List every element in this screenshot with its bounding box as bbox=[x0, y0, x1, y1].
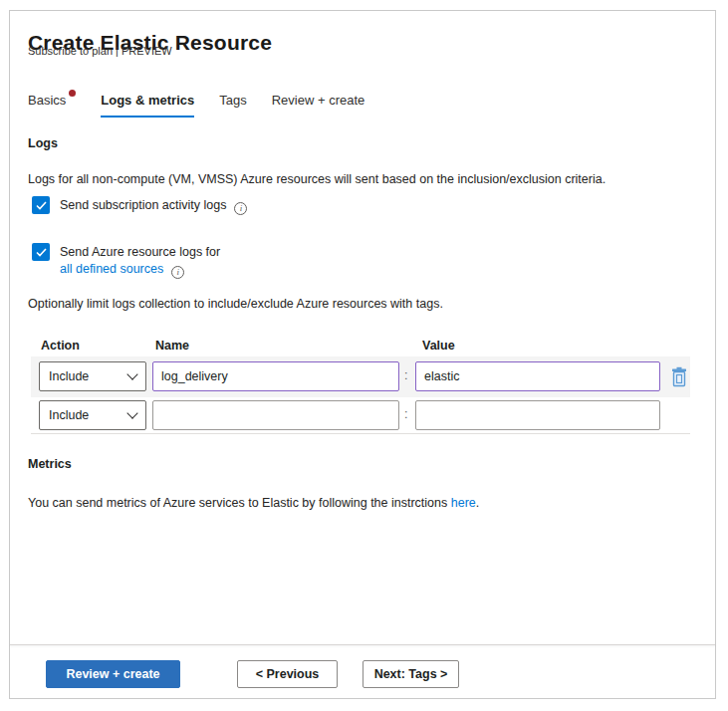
tag-value-input[interactable] bbox=[415, 361, 660, 391]
tab-tags[interactable]: Tags bbox=[219, 93, 246, 118]
activity-logs-checkbox[interactable] bbox=[32, 196, 50, 214]
action-dropdown[interactable]: Include bbox=[39, 361, 146, 391]
tab-logs-metrics[interactable]: Logs & metrics bbox=[101, 93, 194, 118]
metrics-description: You can send metrics of Azure services t… bbox=[28, 496, 479, 510]
next-tags-button[interactable]: Next: Tags > bbox=[363, 660, 459, 688]
tab-review-create-label: Review + create bbox=[272, 93, 365, 108]
logs-section-heading: Logs bbox=[28, 136, 58, 150]
checkmark-icon bbox=[36, 248, 47, 257]
action-dropdown-value: Include bbox=[49, 369, 89, 383]
chevron-down-icon bbox=[126, 407, 137, 418]
delete-row-button[interactable] bbox=[667, 364, 691, 390]
resource-logs-label: Send Azure resource logs for all defined… bbox=[60, 243, 220, 279]
tab-logs-metrics-label: Logs & metrics bbox=[101, 93, 194, 108]
tab-basics-label: Basics bbox=[28, 93, 66, 108]
metrics-description-period: . bbox=[476, 496, 479, 510]
page-subtitle: Subscribe to plan | PREVIEW bbox=[28, 45, 172, 57]
create-resource-panel: Create Elastic Resource Subscribe to pla… bbox=[9, 10, 716, 699]
activity-logs-label: Send subscription activity logsi bbox=[60, 196, 247, 215]
tag-name-input[interactable] bbox=[152, 361, 399, 391]
checkmark-icon bbox=[36, 201, 47, 210]
resource-logs-label-text: Send Azure resource logs for bbox=[60, 245, 220, 259]
column-header-name: Name bbox=[155, 339, 189, 353]
previous-button[interactable]: < Previous bbox=[237, 660, 338, 688]
tags-hint-text: Optionally limit logs collection to incl… bbox=[28, 297, 443, 311]
trash-icon bbox=[670, 366, 688, 388]
resource-logs-checkbox[interactable] bbox=[32, 243, 50, 261]
column-header-value: Value bbox=[422, 339, 455, 353]
tab-basics[interactable]: Basics bbox=[28, 93, 76, 118]
tab-tags-label: Tags bbox=[219, 93, 246, 108]
table-bottom-divider bbox=[31, 433, 690, 434]
here-link[interactable]: here bbox=[451, 496, 476, 510]
chevron-down-icon bbox=[126, 368, 137, 379]
name-value-separator: : bbox=[404, 368, 407, 382]
info-icon[interactable]: i bbox=[171, 266, 184, 279]
activity-logs-checkbox-row: Send subscription activity logsi bbox=[32, 196, 247, 215]
review-create-button[interactable]: Review + create bbox=[46, 660, 180, 688]
logs-description: Logs for all non-compute (VM, VMSS) Azur… bbox=[28, 172, 606, 186]
info-icon[interactable]: i bbox=[234, 202, 247, 215]
wizard-tabs: Basics Logs & metrics Tags Review + crea… bbox=[28, 93, 364, 118]
action-dropdown[interactable]: Include bbox=[39, 400, 146, 430]
activity-logs-label-text: Send subscription activity logs bbox=[60, 198, 226, 212]
metrics-description-text: You can send metrics of Azure services t… bbox=[28, 496, 451, 510]
all-defined-sources-link[interactable]: all defined sources bbox=[60, 262, 163, 276]
metrics-section-heading: Metrics bbox=[28, 457, 72, 471]
footer-divider bbox=[10, 644, 715, 645]
error-dot-icon bbox=[69, 90, 76, 97]
name-value-separator: : bbox=[404, 407, 407, 421]
column-header-action: Action bbox=[41, 339, 80, 353]
tab-review-create[interactable]: Review + create bbox=[272, 93, 365, 118]
resource-logs-checkbox-row: Send Azure resource logs for all defined… bbox=[32, 243, 220, 279]
action-dropdown-value: Include bbox=[49, 408, 89, 422]
tag-name-input[interactable] bbox=[152, 400, 399, 430]
tag-value-input[interactable] bbox=[415, 400, 660, 430]
